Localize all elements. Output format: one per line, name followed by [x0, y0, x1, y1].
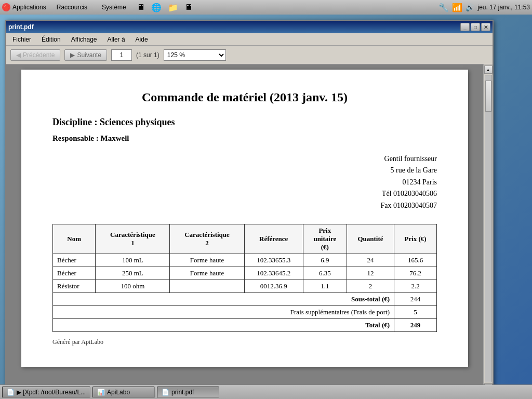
row2-carac2: Forme haute	[170, 267, 244, 280]
monitor-icon: 🖥	[137, 3, 145, 12]
printpdf-icon: 📄	[162, 389, 169, 396]
taskbar-top-left: 🔴 Applications Raccourcis Système 🖥 🌐 📁 …	[2, 3, 193, 12]
taskbar-bottom: 📄 ▶ [Xpdf: /root/Bureau/L... 📊 ApiLabo 📄…	[0, 384, 532, 399]
desktop: print.pdf _ □ ✕ Fichier Édition Affichag…	[0, 15, 532, 399]
row1-qty: 24	[347, 254, 394, 267]
shipping-row: Frais supplémentaires (Frais de port) 5	[53, 305, 437, 318]
content-area: Commande de matériel (2013 janv. 15) Dis…	[6, 64, 493, 393]
apilabo-icon: 📊	[97, 389, 105, 396]
speaker-icon: 🔊	[466, 3, 474, 11]
supplier-name: Gentil fournisseur	[52, 153, 437, 165]
col-qty: Quantité	[347, 224, 394, 254]
col-nom: Nom	[53, 224, 96, 254]
terminal-icon: 🖥	[184, 3, 193, 12]
xpdf-icon: 📄	[7, 389, 15, 396]
total-label: Total (€)	[53, 318, 394, 331]
supplier-address2: 01234 Paris	[52, 177, 437, 188]
total-row: Total (€) 249	[53, 318, 437, 331]
row1-nom: Bécher	[53, 254, 96, 267]
network-icon: 🌐	[151, 3, 162, 12]
system-tray-icon: 🔧	[438, 3, 449, 12]
apilabo-task[interactable]: 📊 ApiLabo	[92, 387, 155, 398]
network-tray-icon: 📶	[452, 3, 462, 12]
window-titlebar: print.pdf _ □ ✕	[6, 21, 493, 33]
applications-label: Applications	[12, 4, 46, 11]
row3-prix: 2.2	[394, 280, 437, 292]
subtotal-label: Sous-total (€)	[53, 292, 394, 305]
systeme-menu[interactable]: Système	[98, 3, 130, 12]
datetime-label: jeu. 17 janv., 11:53	[477, 4, 530, 11]
taskbar-top: 🔴 Applications Raccourcis Système 🖥 🌐 📁 …	[0, 0, 532, 15]
row1-carac1: 100 mL	[96, 254, 170, 267]
row2-prix: 76.2	[394, 267, 437, 280]
maximize-button[interactable]: □	[471, 23, 480, 31]
next-label: Suivante	[77, 51, 101, 59]
window-title: print.pdf	[8, 23, 34, 31]
shipping-value: 5	[394, 305, 437, 318]
row2-carac1: 250 mL	[96, 267, 170, 280]
pdf-discipline: Discipline : Sciences physiques	[52, 117, 437, 128]
row3-carac2	[170, 280, 244, 292]
printpdf-task[interactable]: 📄 print.pdf	[157, 387, 219, 398]
row1-carac2: Forme haute	[170, 254, 244, 267]
menu-aide[interactable]: Aide	[131, 35, 152, 44]
prev-label: Précédente	[23, 51, 55, 59]
close-button[interactable]: ✕	[481, 23, 490, 31]
pdf-footer: Généré par ApiLabo	[52, 338, 437, 346]
printpdf-label: print.pdf	[171, 389, 194, 396]
supplier-fax: Fax 010203040507	[52, 200, 437, 211]
pdf-scroll-area[interactable]: Commande de matériel (2013 janv. 15) Dis…	[6, 64, 483, 393]
menu-affichage[interactable]: Affichage	[67, 35, 101, 44]
table-row: Bécher 100 mL Forme haute 102.33655.3 6.…	[53, 254, 437, 267]
menu-fichier[interactable]: Fichier	[8, 35, 35, 44]
page-input[interactable]	[111, 49, 132, 61]
row3-qty: 2	[347, 280, 394, 292]
applications-icon: 🔴	[2, 3, 10, 11]
row1-pu: 6.9	[303, 254, 347, 267]
xpdf-label: ▶ [Xpdf: /root/Bureau/L...	[17, 389, 86, 396]
row2-pu: 6.35	[303, 267, 347, 280]
table-row: Bécher 250 mL Forme haute 102.33645.2 6.…	[53, 267, 437, 280]
apilabo-label: ApiLabo	[107, 389, 130, 396]
row3-pu: 1.1	[303, 280, 347, 292]
row1-prix: 165.6	[394, 254, 437, 267]
col-carac1: Caractéristique1	[96, 224, 170, 254]
prev-arrow-icon: ◀	[16, 51, 21, 59]
scroll-track[interactable]	[485, 75, 492, 382]
table-row: Résistor 100 ohm 0012.36.9 1.1 2 2.2	[53, 280, 437, 292]
row3-carac1: 100 ohm	[96, 280, 170, 292]
row3-nom: Résistor	[53, 280, 96, 292]
toolbar: ◀ Précédente ▶ Suivante (1 sur 1) 125 % …	[6, 46, 493, 64]
applications-menu[interactable]: 🔴 Applications	[2, 3, 46, 11]
page-info: (1 sur 1)	[136, 51, 159, 59]
scroll-thumb[interactable]	[485, 81, 491, 112]
pdf-page: Commande de matériel (2013 janv. 15) Dis…	[21, 70, 468, 367]
menu-edition[interactable]: Édition	[37, 35, 65, 44]
col-prix: Prix (€)	[394, 224, 437, 254]
order-table: Nom Caractéristique1 Caractéristique2 Ré…	[52, 224, 437, 332]
col-pu: Prixunitaire(€)	[303, 224, 347, 254]
xpdf-task[interactable]: 📄 ▶ [Xpdf: /root/Bureau/L...	[2, 387, 90, 398]
scrollbar-right[interactable]: ▲ ▼	[483, 64, 493, 393]
menubar: Fichier Édition Affichage Aller à Aide	[6, 33, 493, 46]
supplier-block: Gentil fournisseur 5 rue de la Gare 0123…	[52, 153, 437, 211]
pdf-viewer-window: print.pdf _ □ ✕ Fichier Édition Affichag…	[5, 20, 494, 394]
total-value: 249	[394, 318, 437, 331]
window-controls: _ □ ✕	[460, 23, 490, 31]
minimize-button[interactable]: _	[460, 23, 470, 31]
raccourcis-menu[interactable]: Raccourcis	[52, 3, 91, 12]
supplier-tel: Tél 010203040506	[52, 188, 437, 200]
col-carac2: Caractéristique2	[170, 224, 244, 254]
row3-ref: 0012.36.9	[244, 280, 303, 292]
scroll-up-button[interactable]: ▲	[484, 65, 493, 74]
menu-aller-a[interactable]: Aller à	[103, 35, 129, 44]
supplier-address1: 5 rue de la Gare	[52, 165, 437, 176]
next-button[interactable]: ▶ Suivante	[64, 49, 107, 61]
zoom-select[interactable]: 125 % 100 % 75 % 50 %	[164, 49, 226, 61]
prev-button[interactable]: ◀ Précédente	[10, 49, 60, 61]
row2-ref: 102.33645.2	[244, 267, 303, 280]
shipping-label: Frais supplémentaires (Frais de port)	[53, 305, 394, 318]
folder-icon: 📁	[168, 3, 178, 12]
pdf-title: Commande de matériel (2013 janv. 15)	[52, 90, 437, 104]
row1-ref: 102.33655.3	[244, 254, 303, 267]
